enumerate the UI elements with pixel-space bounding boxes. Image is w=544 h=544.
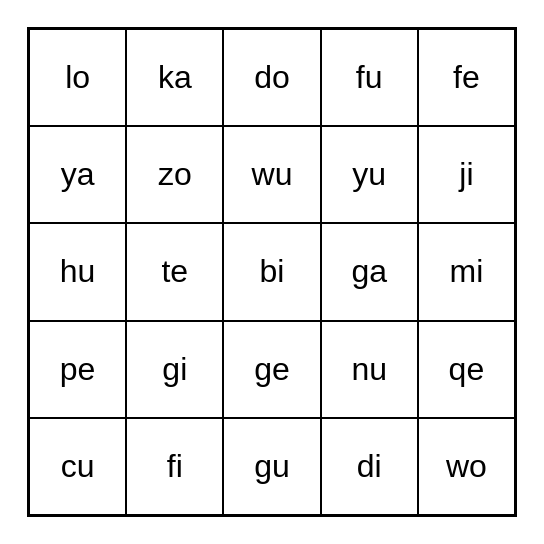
bingo-cell-22: gu [223,418,320,515]
bingo-cell-15: pe [29,321,126,418]
bingo-cell-19: qe [418,321,515,418]
bingo-cell-6: zo [126,126,223,223]
bingo-cell-7: wu [223,126,320,223]
bingo-cell-14: mi [418,223,515,320]
bingo-cell-9: ji [418,126,515,223]
bingo-cell-0: lo [29,29,126,126]
bingo-cell-3: fu [321,29,418,126]
bingo-cell-18: nu [321,321,418,418]
bingo-cell-2: do [223,29,320,126]
bingo-cell-24: wo [418,418,515,515]
bingo-cell-20: cu [29,418,126,515]
bingo-cell-17: ge [223,321,320,418]
bingo-cell-12: bi [223,223,320,320]
bingo-cell-11: te [126,223,223,320]
bingo-cell-8: yu [321,126,418,223]
bingo-cell-4: fe [418,29,515,126]
bingo-cell-13: ga [321,223,418,320]
bingo-grid: lokadofufeyazowuyujihutebigamipegigenuqe… [27,27,517,517]
bingo-cell-5: ya [29,126,126,223]
bingo-cell-21: fi [126,418,223,515]
bingo-cell-10: hu [29,223,126,320]
bingo-cell-16: gi [126,321,223,418]
bingo-cell-23: di [321,418,418,515]
bingo-cell-1: ka [126,29,223,126]
